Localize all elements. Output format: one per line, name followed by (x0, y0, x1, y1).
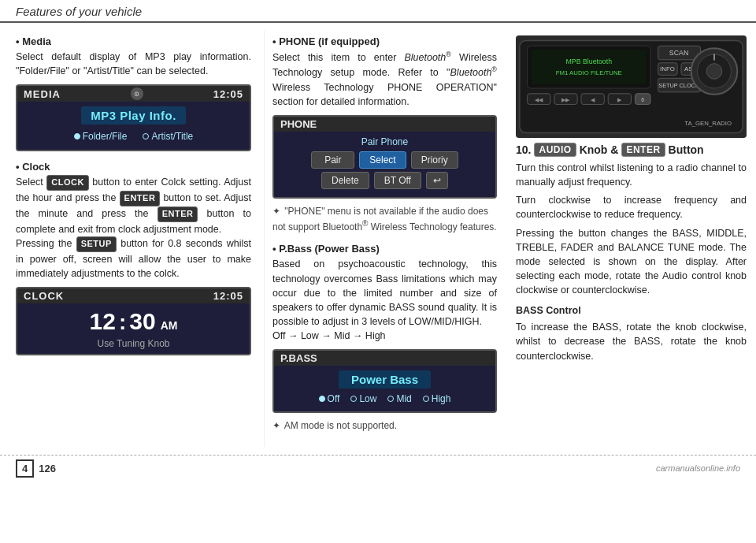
clock-screen: CLOCK 12:05 12 : 30 AM Use Tuning Knob (16, 287, 251, 355)
pbass-radio-mid (387, 396, 394, 402)
phone-sup2: ® (491, 65, 497, 73)
svg-text:MPB  Bluetooth: MPB Bluetooth (565, 58, 612, 65)
svg-text:SCAN: SCAN (669, 49, 688, 57)
clock-section: Clock Select CLOCK button to enter Colck… (16, 161, 251, 355)
phone-pair-header: Pair Phone (280, 136, 489, 147)
svg-text:TA_GEN_RADIO: TA_GEN_RADIO (684, 120, 732, 127)
phone-label: PHONE (280, 118, 317, 130)
phone-screen-body: Pair Phone Pair Select Prioriy Delete BT… (274, 132, 495, 197)
clock-time: 12:05 (213, 290, 243, 302)
pbass-screen-body: Power Bass Off Low Mid (274, 366, 495, 411)
clock-hour: 12 (90, 310, 116, 333)
page-header: Features of your vehicle (0, 0, 756, 23)
pbass-flow: Off → Low → Mid → High (272, 329, 497, 343)
audio-body2: Turn clockwise to increase frequency and… (516, 193, 747, 221)
footer-section-num: 4 (16, 459, 34, 478)
audio-heading-part4: Button (669, 143, 704, 156)
media-big-text: MP3 Play Info. (81, 106, 186, 125)
footer-page-num: 126 (39, 463, 56, 474)
clock-body5: Pressing the (16, 238, 72, 249)
svg-text:◀◀: ◀◀ (535, 97, 543, 102)
phone-italic1: Bluetooth (404, 52, 446, 63)
audio-body1: Turn this control whilst listening to a … (516, 161, 747, 189)
media-section: Media Select default display of MP3 play… (16, 35, 251, 151)
pbass-flow-text: Off → Low → Mid → High (272, 330, 386, 341)
svg-rect-2 (532, 50, 647, 84)
pbass-note: ✦ AM mode is not supported. (272, 419, 497, 433)
phone-section: PHONE (if equipped) Select this item to … (272, 35, 497, 233)
phone-btn-delete[interactable]: Delete (321, 172, 369, 189)
pbass-opt-low: Low (350, 393, 376, 404)
phone-btn-back[interactable]: ↩ (426, 172, 448, 189)
phone-note-italic: Bluetooth (322, 221, 362, 232)
pbass-note-text: AM mode is not supported. (284, 420, 397, 431)
pbass-label: P.BASS (280, 352, 317, 364)
pbass-opt4-label: High (432, 393, 451, 404)
phone-screen-bar: PHONE (274, 117, 495, 132)
media-screen: MEDIA ⊙ 12:05 MP3 Play Info. Folder/File… (16, 84, 251, 151)
svg-text:FM1 AUDIO FILE/TUNE: FM1 AUDIO FILE/TUNE (556, 69, 622, 76)
phone-body1: Select this item to enter (272, 52, 396, 63)
phone-note2: Wireless Technology features. (371, 221, 497, 232)
clock-min: 30 (129, 308, 155, 335)
clock-time-display: 12 : 30 AM (24, 308, 243, 335)
pbass-opt-high: High (423, 393, 451, 404)
media-screen-body: MP3 Play Info. Folder/File Artist/Title (17, 102, 250, 150)
phone-screen: PHONE Pair Phone Pair Select Prioriy Del… (272, 115, 497, 199)
enter-badge-1: ENTER (120, 191, 161, 206)
phone-body3: Wireless Technology PHONE OPERATION" sec… (272, 82, 497, 107)
svg-text:SETUP CLOCK: SETUP CLOCK (658, 82, 699, 89)
bass-title: BASS Control (516, 303, 747, 318)
clock-title: Clock (16, 161, 251, 173)
phone-btn-row2: Delete BT Off ↩ (280, 172, 489, 189)
setup-badge: SETUP (76, 236, 117, 252)
phone-note: ✦ "PHONE" menu is not available if the a… (272, 205, 497, 234)
audio-section: 10. AUDIO Knob & ENTER Button Turn this … (516, 143, 747, 363)
media-screen-bar: MEDIA ⊙ 12:05 (17, 86, 250, 102)
footer-logo: carmanualsonline.info (656, 463, 740, 473)
svg-text:▶▶: ▶▶ (561, 97, 570, 102)
audio-badge: AUDIO (534, 143, 576, 157)
clock-screen-bar: CLOCK 12:05 (17, 288, 250, 303)
media-opt-artist: Artist/Title (143, 131, 193, 142)
clock-label: CLOCK (24, 290, 64, 302)
pbass-radio-high (423, 396, 429, 402)
phone-note-sup: ® (362, 219, 368, 228)
phone-sup1: ® (446, 50, 451, 58)
pbass-opt2-label: Low (359, 393, 376, 404)
phone-btn-prioriy[interactable]: Prioriy (411, 151, 458, 169)
left-column: Media Select default display of MP3 play… (0, 31, 264, 447)
media-time: 12:05 (213, 88, 243, 100)
pbass-section: P.Bass (Power Bass) Based on psychoacous… (272, 243, 497, 433)
phone-btn-pair[interactable]: Pair (311, 151, 354, 169)
clock-caption: Use Tuning Knob (24, 338, 243, 349)
pbass-opt1-label: Off (328, 393, 340, 404)
radio-dot-folder (74, 133, 80, 139)
svg-text:INFO: INFO (660, 65, 675, 73)
svg-point-15 (706, 64, 722, 80)
enter-badge-audio: ENTER (621, 143, 665, 157)
radio-dot-artist (143, 133, 149, 139)
clock-screen-body: 12 : 30 AM Use Tuning Knob (17, 303, 250, 354)
phone-title: PHONE (if equipped) (272, 35, 497, 47)
phone-btn-row1: Pair Select Prioriy (280, 151, 489, 169)
right-column: MPB Bluetooth FM1 AUDIO FILE/TUNE SCAN I… (508, 31, 756, 447)
main-content: Media Select default display of MP3 play… (0, 23, 756, 447)
page-footer: 4 126 carmanualsonline.info (0, 455, 756, 482)
pbass-big-text: Power Bass (339, 370, 431, 389)
audio-body3: Pressing the button changes the BASS, MI… (516, 226, 747, 298)
pbass-opt-off: Off (319, 393, 340, 404)
phone-btn-btoff[interactable]: BT Off (374, 172, 421, 189)
pbass-opt-mid: Mid (387, 393, 411, 404)
media-options: Folder/File Artist/Title (24, 129, 243, 145)
phone-btn-select[interactable]: Select (359, 151, 406, 169)
pbass-opt3-label: Mid (396, 393, 411, 404)
phone-italic2: Bluetooth (450, 67, 492, 78)
media-body: Select default display of MP3 play infor… (16, 50, 251, 78)
radio-svg: MPB Bluetooth FM1 AUDIO FILE/TUNE SCAN I… (516, 35, 747, 138)
mid-column: PHONE (if equipped) Select this item to … (264, 31, 508, 447)
pbass-radio-off (319, 396, 325, 402)
page-title: Features of your vehicle (16, 5, 142, 18)
media-label: MEDIA (24, 88, 61, 100)
pbass-screen: P.BASS Power Bass Off Low (272, 349, 497, 413)
